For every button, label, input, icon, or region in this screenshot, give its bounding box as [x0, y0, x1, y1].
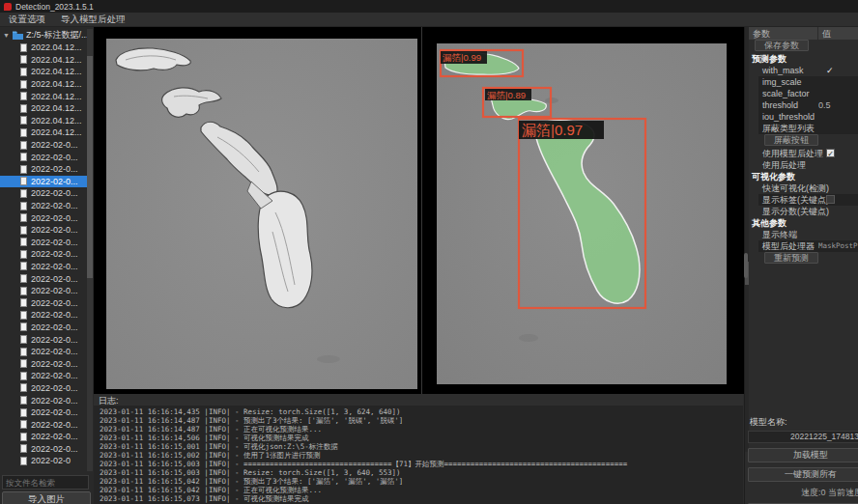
- file-item[interactable]: 2022-02-0...: [0, 382, 87, 395]
- file-item[interactable]: 2022-02-0: [0, 455, 87, 467]
- file-icon: [20, 80, 27, 89]
- menu-item[interactable]: 设置选项: [9, 14, 45, 26]
- file-item[interactable]: 2022-02-0...: [0, 431, 87, 443]
- file-item[interactable]: 2022-02-0...: [0, 333, 87, 346]
- file-icon: [20, 92, 27, 100]
- param-section-header: 预测参数: [749, 53, 858, 65]
- file-item[interactable]: 2022-02-0...: [0, 346, 87, 358]
- param-value: [818, 88, 858, 99]
- sidebar-scrollbar[interactable]: [87, 29, 93, 471]
- sidebar-scrollbar-thumb[interactable]: [87, 56, 93, 278]
- file-item[interactable]: 2022-02-0...: [0, 224, 87, 237]
- log-line: 2023-01-11 16:16:14,506 |INFO| - 可视化预测结果…: [100, 434, 737, 442]
- param-label: 显示分数(关键点): [749, 206, 829, 217]
- param-row: 显示标签(关键点): [749, 194, 858, 206]
- file-item-label: 2022-02-0...: [31, 310, 78, 320]
- file-item[interactable]: 2022-02-0...: [0, 272, 87, 285]
- param-value: [818, 123, 858, 134]
- param-action-button[interactable]: 屏蔽按钮: [764, 134, 818, 146]
- file-icon: [20, 274, 27, 283]
- file-item-label: 2022-02-0...: [31, 371, 78, 380]
- file-item[interactable]: 2022.04.12...: [0, 115, 87, 127]
- file-item-label: 2022.04.12...: [31, 127, 82, 137]
- speed-status-text: 速度:0 当前速度: [745, 482, 858, 499]
- file-item[interactable]: 2022-02-0...: [0, 139, 87, 152]
- checkbox-empty-icon[interactable]: [826, 195, 835, 204]
- checkbox-checked-icon[interactable]: ✓: [826, 149, 835, 157]
- param-table-header: 参数 值: [749, 27, 858, 40]
- file-item[interactable]: 2022.04.12...: [0, 42, 87, 54]
- file-item[interactable]: 2022-02-0...: [0, 394, 87, 406]
- import-images-button[interactable]: 导入图片: [2, 491, 91, 504]
- param-row: 显示终端: [749, 229, 858, 240]
- file-item-label: 2022.04.12...: [31, 79, 82, 89]
- vertical-splitter-handle[interactable]: [744, 253, 748, 278]
- file-icon: [20, 262, 27, 270]
- file-item[interactable]: 2022.04.12...: [0, 66, 87, 78]
- file-item[interactable]: 2022.04.12...: [0, 54, 87, 67]
- file-item-label: 2022.04.12...: [31, 42, 82, 52]
- log-line: 2023-01-11 16:16:14,487 |INFO| - 预测出了3个结…: [100, 416, 737, 425]
- param-label: 显示标签(关键点): [749, 194, 829, 206]
- file-item[interactable]: 2022-02-0...: [0, 187, 87, 200]
- file-item[interactable]: 2022.04.12...: [0, 102, 87, 115]
- title-bar: Detection_2023.1.5.1: [0, 0, 858, 13]
- param-value[interactable]: 0.5: [818, 99, 858, 111]
- file-item[interactable]: 2022-02-0...: [0, 406, 87, 419]
- param-value: [818, 111, 858, 123]
- file-item[interactable]: 2022-02-0...: [0, 370, 87, 382]
- image-smudge: [317, 355, 340, 363]
- file-item[interactable]: 2022-02-0...: [0, 322, 87, 334]
- model-name-field[interactable]: 20221225_174813: [748, 431, 858, 443]
- param-value: [818, 76, 858, 88]
- file-item[interactable]: 2022-02-0...: [0, 285, 87, 297]
- file-item[interactable]: 2022-02-0...: [0, 418, 87, 431]
- file-item[interactable]: 2022-02-0...: [0, 176, 87, 188]
- app-window: Detection_2023.1.5.1 设置选项导入模型后处理 ▼ Z:/5-…: [0, 0, 858, 504]
- filename-search-input[interactable]: [2, 475, 89, 490]
- log-line: 2023-01-11 16:16:15,042 |INFO| - 正在可视化预测…: [100, 486, 737, 494]
- file-item-label: 2022-02-0...: [31, 225, 78, 235]
- file-item[interactable]: 2022-02-0...: [0, 200, 87, 212]
- file-icon: [20, 43, 27, 52]
- original-image-panel[interactable]: [106, 39, 417, 389]
- file-item[interactable]: 2022-02-0...: [0, 309, 87, 322]
- file-icon: [20, 311, 27, 320]
- image-smudge: [519, 334, 538, 342]
- param-value: [818, 229, 858, 240]
- param-row: 快速可视化(检测): [749, 182, 858, 194]
- file-item[interactable]: 2022-02-0...: [0, 151, 87, 163]
- param-action-button[interactable]: 重新预测: [764, 252, 818, 264]
- file-item[interactable]: 2022.04.12...: [0, 78, 87, 91]
- param-column-header: 参数: [749, 27, 817, 40]
- menu-item[interactable]: 导入模型后处理: [61, 14, 126, 26]
- param-action-button[interactable]: 保存参数: [755, 40, 809, 51]
- param-value[interactable]: ✓: [818, 65, 858, 76]
- file-icon: [20, 408, 27, 417]
- file-item[interactable]: 2022.04.12...: [0, 90, 87, 102]
- file-item[interactable]: 2022.04.12...: [0, 126, 87, 139]
- file-item-label: 2022-02-0...: [31, 274, 78, 284]
- file-item[interactable]: 2022-02-0...: [0, 163, 87, 176]
- load-model-button[interactable]: 加载模型: [748, 448, 858, 462]
- file-item-label: 2022-02-0...: [31, 407, 78, 417]
- param-value[interactable]: MaskPostPro: [818, 240, 858, 252]
- file-item[interactable]: 2022-02-0...: [0, 443, 87, 456]
- file-item[interactable]: 2022-02-0...: [0, 248, 87, 261]
- file-item[interactable]: 2022-02-0...: [0, 296, 87, 309]
- param-row: 使用模型后处理✓: [749, 148, 858, 159]
- prediction-image-panel[interactable]: 漏箔|0.99 漏箔|0.89 漏箔|0.97: [437, 43, 727, 384]
- file-item-label: 2022-02-0...: [31, 153, 78, 162]
- file-item[interactable]: 2022-02-0...: [0, 237, 87, 249]
- file-item[interactable]: 2022-02-0...: [0, 211, 87, 224]
- file-icon: [20, 189, 27, 198]
- param-rows: 保存参数预测参数with_mask✓img_scalescale_factort…: [749, 40, 858, 266]
- param-value[interactable]: [818, 194, 858, 206]
- predict-all-button[interactable]: 一键预测所有: [748, 467, 858, 482]
- file-item-label: 2022-02-0...: [31, 347, 78, 356]
- param-value[interactable]: ✓: [818, 148, 858, 159]
- file-item[interactable]: 2022-02-0...: [0, 357, 87, 370]
- file-item[interactable]: 2022-02-0...: [0, 261, 87, 273]
- file-icon: [20, 457, 27, 465]
- tree-root-item[interactable]: ▼ Z:/5-标注数据/...: [0, 29, 87, 42]
